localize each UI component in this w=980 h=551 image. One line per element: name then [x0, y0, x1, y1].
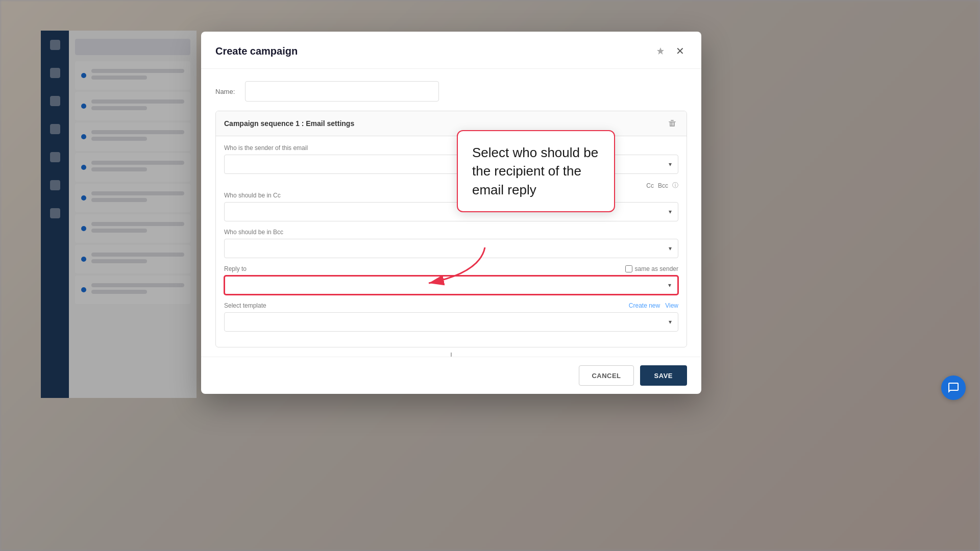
create-new-link[interactable]: Create new	[629, 302, 660, 309]
modal-title: Create campaign	[215, 45, 298, 57]
info-icon[interactable]: ⓘ	[672, 181, 678, 190]
sequence-connector	[215, 353, 687, 357]
modal-footer: CANCEL SAVE	[201, 357, 701, 394]
close-button[interactable]: ✕	[673, 44, 687, 58]
pin-button[interactable]	[654, 45, 667, 57]
reply-to-label: Reply to	[224, 265, 247, 272]
template-select[interactable]: ▾	[224, 312, 678, 332]
bcc-button[interactable]: Bcc	[658, 182, 668, 189]
cc-chevron-icon: ▾	[669, 208, 672, 215]
save-button[interactable]: SAVE	[640, 365, 687, 386]
delete-sequence-button[interactable]	[666, 117, 678, 130]
create-campaign-modal: Create campaign ✕ Name: Campaign sequenc…	[201, 32, 701, 394]
sender-chevron-icon: ▾	[669, 161, 672, 168]
modal-header: Create campaign ✕	[201, 32, 701, 69]
template-chevron-icon: ▾	[669, 318, 672, 325]
sequence-block: Campaign sequence 1 : Email settings Who…	[215, 111, 687, 347]
template-actions: Create new View	[629, 302, 678, 309]
callout-text: Select who should be the recipient of th…	[472, 145, 598, 197]
same-as-sender-label: same as sender	[635, 265, 678, 272]
cancel-button[interactable]: CANCEL	[579, 365, 633, 386]
sequence-title: Campaign sequence 1 : Email settings	[224, 119, 354, 128]
chat-button[interactable]	[941, 375, 966, 400]
callout-arrow-svg	[408, 242, 490, 293]
template-label: Select template	[224, 302, 266, 309]
sequence-body: Who is the sender of this email ▾ Cc Bcc…	[216, 136, 687, 347]
sequence-header: Campaign sequence 1 : Email settings	[216, 111, 687, 136]
bcc-chevron-icon: ▾	[669, 245, 672, 252]
bcc-label: Who should be in Bcc	[224, 229, 678, 236]
name-label: Name:	[215, 88, 237, 95]
same-as-sender-checkbox[interactable]	[625, 265, 632, 272]
connector-line	[451, 353, 452, 357]
cc-button[interactable]: Cc	[646, 182, 654, 189]
svg-rect-1	[671, 120, 674, 121]
view-link[interactable]: View	[665, 302, 678, 309]
reply-to-chevron-icon: ▾	[668, 282, 671, 289]
name-input[interactable]	[245, 81, 439, 102]
modal-body: Name: Campaign sequence 1 : Email settin…	[201, 69, 701, 357]
callout-tooltip: Select who should be the recipient of th…	[457, 130, 615, 212]
name-field-row: Name:	[215, 81, 687, 102]
template-field-row: Select template Create new View ▾	[224, 302, 678, 332]
same-as-sender-row: same as sender	[625, 265, 678, 272]
template-header: Select template Create new View	[224, 302, 678, 309]
modal-header-actions: ✕	[654, 44, 687, 58]
